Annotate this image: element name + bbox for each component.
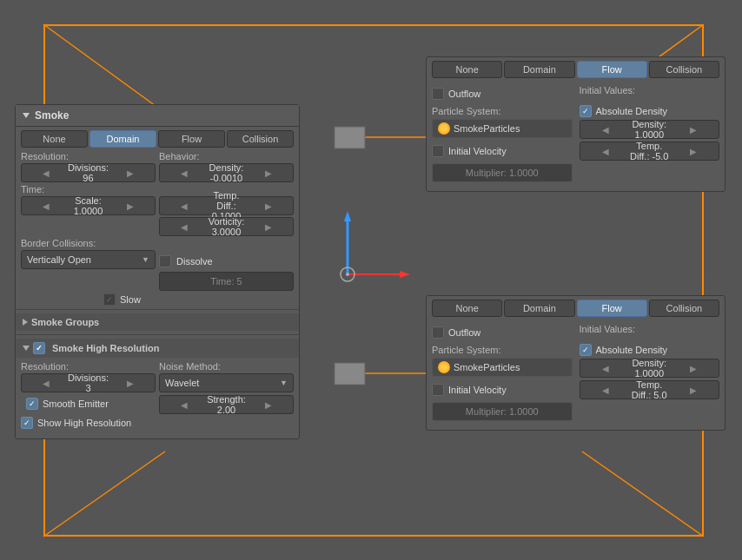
multiplier-field-bottom: Multiplier: 1.0000 — [432, 402, 573, 421]
show-highres-row: ✓ Show High Resolution — [21, 417, 294, 429]
particle-name-bottom: SmokeParticles — [454, 362, 520, 372]
smoke-highres-toggle-icon — [23, 346, 30, 351]
smoke-highres-label: Smoke High Resolution — [52, 343, 159, 353]
strength-field[interactable]: ◀ Strength: 2.00 ▶ — [159, 395, 294, 414]
right-top-tab-flow[interactable]: Flow — [577, 61, 647, 78]
scale-field[interactable]: ◀ Scale: 1.0000 ▶ — [21, 196, 156, 215]
right-bottom-tab-domain[interactable]: Domain — [504, 300, 574, 317]
particle-system-field-bottom[interactable]: SmokeParticles — [432, 358, 573, 377]
resolution-label: Resolution: — [21, 151, 156, 161]
initial-velocity-label-bottom: Initial Velocity — [448, 385, 507, 395]
tab-flow[interactable]: Flow — [158, 130, 225, 148]
outflow-row-top: Outflow — [432, 88, 573, 100]
initial-values-label-top: Initial Values: — [580, 85, 720, 96]
particle-system-field-top[interactable]: SmokeParticles — [432, 119, 573, 138]
smooth-emitter-checkbox[interactable]: ✓ — [26, 398, 38, 410]
slow-checkbox[interactable]: ✓ — [103, 293, 116, 306]
initial-velocity-checkbox-bottom[interactable] — [432, 384, 444, 396]
behavior-label: Behavior: — [159, 151, 294, 161]
slow-row: ✓ Slow — [21, 293, 294, 306]
smoke-highres-section[interactable]: ✓ Smoke High Resolution — [16, 339, 299, 358]
right-top-tab-domain[interactable]: Domain — [504, 61, 574, 78]
right-top-tab-collision[interactable]: Collision — [649, 61, 719, 78]
temp-diff-val-top[interactable]: ◀ Temp. Diff.: -5.0 ▶ — [580, 142, 720, 161]
show-highres-label: Show High Resolution — [37, 418, 131, 428]
dissolve-checkbox[interactable] — [159, 255, 171, 267]
particle-icon-top — [438, 122, 450, 135]
right-top-tab-row: None Domain Flow Collision — [432, 61, 719, 78]
smooth-emitter-row: ✓ Smooth Emitter — [26, 398, 150, 410]
initial-velocity-row-top: Initial Velocity — [432, 145, 573, 157]
density-val-top[interactable]: ◀ Density: 1.0000 ▶ — [580, 120, 720, 139]
time-field: Time: 5 — [159, 272, 294, 291]
dissolve-label: Dissolve — [176, 256, 213, 267]
temp-diff-val-bottom[interactable]: ◀ Temp. Diff.: 5.0 ▶ — [580, 380, 720, 399]
outflow-row-bottom: Outflow — [432, 326, 573, 339]
highres-divisions-field[interactable]: ◀ Divisions: 3 ▶ — [21, 373, 156, 392]
smoke-groups-section[interactable]: Smoke Groups — [16, 313, 299, 331]
outflow-label-bottom: Outflow — [448, 327, 480, 338]
absolute-density-checkbox-top[interactable]: ✓ — [580, 105, 592, 117]
right-bottom-tab-none[interactable]: None — [432, 300, 502, 317]
right-panel-bottom: None Domain Flow Collision Outflow Initi… — [426, 295, 725, 431]
smoke-panel-toggle[interactable] — [23, 113, 30, 118]
particle-system-label-top: Particle System: — [432, 106, 573, 116]
slow-label: Slow — [120, 294, 141, 305]
outflow-label-top: Outflow — [448, 89, 480, 99]
absolute-density-label-top: Absolute Density — [596, 106, 668, 116]
show-highres-checkbox[interactable]: ✓ — [21, 417, 33, 429]
outflow-checkbox-top[interactable] — [432, 88, 444, 100]
smoke-highres-checkbox[interactable]: ✓ — [33, 342, 45, 354]
divisions-field[interactable]: ◀ Divisions: 96 ▶ — [21, 163, 156, 182]
border-collisions-dropdown[interactable]: Vertically Open ▼ — [21, 250, 156, 269]
initial-velocity-row-bottom: Initial Velocity — [432, 384, 573, 396]
smoke-groups-label: Smoke Groups — [31, 317, 99, 327]
right-bottom-body: Outflow Initial Values: Particle System:… — [427, 320, 725, 425]
particle-system-label-bottom: Particle System: — [432, 345, 573, 355]
smoke-groups-toggle-icon — [23, 319, 28, 326]
smoke-panel-title: Smoke — [35, 109, 69, 122]
particle-name-top: SmokeParticles — [454, 123, 520, 134]
initial-values-label-bottom: Initial Values: — [580, 324, 720, 334]
absolute-density-checkbox-bottom[interactable]: ✓ — [580, 344, 592, 356]
outflow-checkbox-bottom[interactable] — [432, 326, 444, 339]
absolute-density-row-bottom: ✓ Absolute Density — [580, 344, 720, 356]
highres-resolution-label: Resolution: — [21, 361, 156, 372]
tab-domain[interactable]: Domain — [89, 130, 156, 148]
density-field[interactable]: ◀ Density: -0.0010 ▶ — [159, 163, 294, 182]
absolute-density-label-bottom: Absolute Density — [596, 345, 668, 355]
time-label: Time: — [21, 184, 156, 194]
smoke-panel-header: Smoke — [16, 105, 299, 127]
right-bottom-tab-flow[interactable]: Flow — [577, 300, 647, 317]
right-top-body: Outflow Initial Values: Particle System:… — [427, 82, 725, 186]
vorticity-field[interactable]: ◀ Vorticity: 3.0000 ▶ — [159, 217, 294, 236]
border-collisions-label: Border Collisions: — [21, 238, 156, 248]
particle-icon-bottom — [438, 361, 450, 373]
smoke-tab-row: None Domain Flow Collision — [21, 130, 294, 148]
tab-none[interactable]: None — [21, 130, 88, 148]
tab-collision[interactable]: Collision — [227, 130, 294, 148]
right-top-tab-none[interactable]: None — [432, 61, 502, 78]
density-val-bottom[interactable]: ◀ Density: 1.0000 ▶ — [580, 359, 720, 378]
temp-diff-field[interactable]: ◀ Temp. Diff.: 0.1000 ▶ — [159, 196, 294, 215]
initial-velocity-checkbox-top[interactable] — [432, 145, 444, 157]
noise-method-dropdown[interactable]: Wavelet ▼ — [159, 373, 294, 392]
right-bottom-tab-row: None Domain Flow Collision — [432, 300, 719, 317]
noise-method-label: Noise Method: — [159, 361, 294, 372]
smooth-emitter-label: Smooth Emitter — [43, 399, 109, 409]
multiplier-field-top: Multiplier: 1.0000 — [432, 163, 573, 182]
absolute-density-row-top: ✓ Absolute Density — [580, 105, 720, 117]
right-bottom-tab-collision[interactable]: Collision — [649, 300, 719, 317]
initial-velocity-label-top: Initial Velocity — [448, 146, 507, 156]
right-panel-top: None Domain Flow Collision Outflow Initi… — [426, 56, 725, 192]
left-smoke-panel: Smoke None Domain Flow Collision Resolut… — [15, 104, 300, 439]
